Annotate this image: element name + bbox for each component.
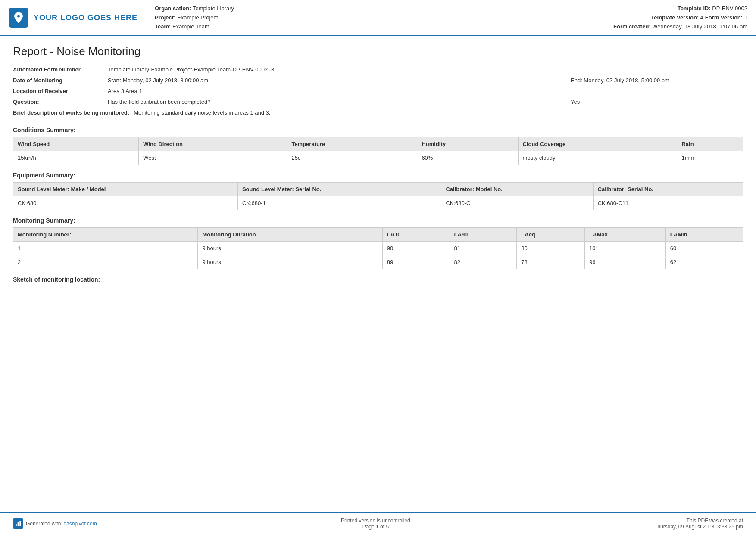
info-row-date: Date of Monitoring Start: Monday, 02 Jul… [13,75,743,86]
info-row-automated: Automated Form Number Template Library-E… [13,64,743,75]
equipment-heading: Equipment Summary: [13,172,743,179]
header: YOUR LOGO GOES HERE Organisation: Templa… [0,0,756,36]
org-label: Organisation: [155,5,191,12]
table-cell: 60% [417,151,518,165]
info-fields: Automated Form Number Template Library-E… [13,64,743,118]
project-label: Project: [155,14,175,21]
table-cell: 60 [665,242,743,255]
table-cell: 15km/h [13,151,139,165]
conditions-table: Wind Speed Wind Direction Temperature Hu… [13,137,743,165]
table-cell: 25c [287,151,417,165]
col-laeq: LAeq [517,228,585,242]
table-cell: CK:680 [13,196,238,210]
logo-svg [12,11,25,24]
automated-form-label: Automated Form Number [13,66,108,73]
table-row: 15km/hWest25c60%mosty cloudy1mm [13,151,743,165]
col-humidity: Humidity [417,137,518,151]
footer-logo-icon [13,518,23,529]
col-mon-number: Monitoring Number: [13,228,198,242]
location-value: Area 3 Area 1 [108,88,743,94]
footer-right-text: This PDF was created at [654,518,743,524]
project-value: Example Project [177,14,218,21]
info-row-question: Question: Has the field calibration been… [13,96,743,107]
footer-uncontrolled-text: Printed version is uncontrolled [341,518,410,524]
col-cal-model: Calibrator: Model No. [441,183,593,196]
table-cell: 78 [517,255,585,269]
main-content: Report - Noise Monitoring Automated Form… [0,36,756,321]
table-cell: mosty cloudy [518,151,677,165]
conditions-heading: Conditions Summary: [13,127,743,134]
date-end-value: End: Monday, 02 July 2018, 5:00:00 pm [571,77,743,84]
footer-right-date: Thursday, 09 August 2018, 3:33:25 pm [654,524,743,530]
logo-text: YOUR LOGO GOES HERE [34,13,137,22]
description-value: Monitoring standard daily noise levels i… [134,109,743,116]
table-cell: 90 [382,242,450,255]
monitoring-heading: Monitoring Summary: [13,217,743,224]
table-cell: 9 hours [198,242,382,255]
svg-rect-2 [19,521,21,526]
info-row-location: Location of Receiver: Area 3 Area 1 [13,86,743,96]
sketch-heading: Sketch of monitoring location: [13,276,743,283]
col-cal-serial: Calibrator: Serial No. [593,183,743,196]
info-row-description: Brief description of works being monitor… [13,107,743,118]
form-version-value: 1 [744,14,747,21]
col-wind-speed: Wind Speed [13,137,139,151]
question-value: Has the field calibration been completed… [108,99,571,105]
logo-icon [9,8,28,28]
col-slm-serial: Sound Level Meter: Serial No. [237,183,441,196]
form-created-value: Wednesday, 18 July 2018, 1:07:06 pm [652,23,747,30]
table-row: 19 hours90818010160 [13,242,743,255]
header-right: Template ID: DP-ENV-0002 Template Versio… [584,4,747,31]
footer-left: Generated with dashpivot.com [13,518,97,529]
table-cell: 80 [517,242,585,255]
table-cell: CK:680-C [441,196,593,210]
form-created-label: Form created: [613,23,651,30]
footer-generated-text: Generated with [26,521,61,527]
footer-right: This PDF was created at Thursday, 09 Aug… [654,518,743,530]
description-label: Brief description of works being monitor… [13,109,134,116]
footer-logo-svg [15,520,22,527]
org-value: Template Library [193,5,234,12]
form-version-label: Form Version: [705,14,743,21]
team-label: Team: [155,23,171,30]
table-cell: 9 hours [198,255,382,269]
footer: Generated with dashpivot.com Printed ver… [0,512,756,534]
table-cell: CK:680-C11 [593,196,743,210]
svg-rect-1 [18,522,19,526]
footer-center: Printed version is uncontrolled Page 1 o… [341,518,410,530]
table-cell: CK:680-1 [237,196,441,210]
logo-section: YOUR LOGO GOES HERE [9,4,137,31]
table-row: 29 hours8982789662 [13,255,743,269]
template-id-label: Template ID: [678,5,711,12]
table-cell: 81 [450,242,517,255]
table-cell: 1mm [677,151,743,165]
table-cell: 101 [585,242,666,255]
col-mon-duration: Monitoring Duration [198,228,382,242]
col-la10: LA10 [382,228,450,242]
footer-generated-link[interactable]: dashpivot.com [63,521,97,527]
col-rain: Rain [677,137,743,151]
monitoring-header-row: Monitoring Number: Monitoring Duration L… [13,228,743,242]
col-temperature: Temperature [287,137,417,151]
template-version-value: 4 [700,14,703,21]
table-cell: West [139,151,287,165]
col-cloud-coverage: Cloud Coverage [518,137,677,151]
question-answer: Yes [571,99,743,105]
date-start-value: Start: Monday, 02 July 2018, 8:00:00 am [108,77,571,84]
report-title: Report - Noise Monitoring [13,45,743,58]
col-lamin: LAMin [665,228,743,242]
date-label: Date of Monitoring [13,77,108,84]
col-la90: LA90 [450,228,517,242]
table-cell: 82 [450,255,517,269]
col-wind-direction: Wind Direction [139,137,287,151]
equipment-header-row: Sound Level Meter: Make / Model Sound Le… [13,183,743,196]
table-cell: 89 [382,255,450,269]
svg-rect-0 [16,524,17,526]
monitoring-table: Monitoring Number: Monitoring Duration L… [13,227,743,269]
col-slm-model: Sound Level Meter: Make / Model [13,183,238,196]
conditions-header-row: Wind Speed Wind Direction Temperature Hu… [13,137,743,151]
equipment-table: Sound Level Meter: Make / Model Sound Le… [13,182,743,210]
location-label: Location of Receiver: [13,88,108,94]
table-cell: 96 [585,255,666,269]
footer-page-text: Page 1 of 5 [341,524,410,530]
